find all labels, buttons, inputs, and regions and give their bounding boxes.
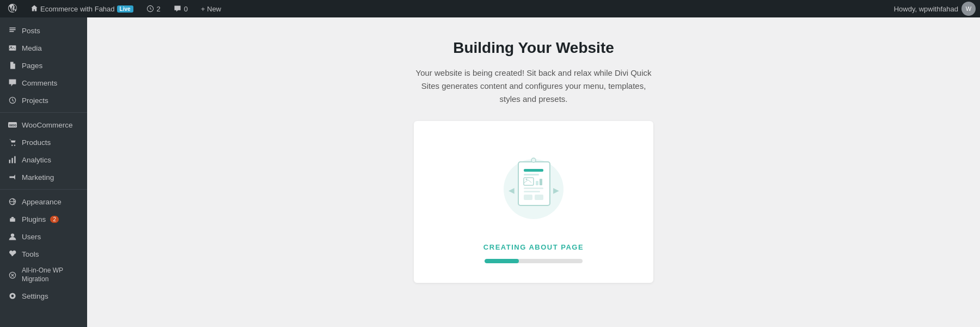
sidebar-item-comments[interactable]: Comments	[0, 74, 87, 92]
svg-rect-29	[535, 195, 543, 200]
site-name-button[interactable]: Ecommerce with Fahad Live	[27, 0, 137, 17]
svg-point-7	[14, 144, 15, 146]
sidebar-item-posts[interactable]: Posts	[0, 22, 87, 39]
svg-rect-8	[9, 160, 10, 163]
creating-label: CREATING ABOUT PAGE	[483, 243, 584, 251]
pages-icon	[8, 60, 17, 70]
sidebar-label-media: Media	[22, 44, 42, 52]
revisions-count: 2	[157, 5, 161, 13]
svg-text:◀: ◀	[509, 186, 514, 195]
sidebar-item-analytics[interactable]: Analytics	[0, 151, 87, 168]
sidebar-item-projects[interactable]: Projects	[0, 92, 87, 109]
progress-bar-fill	[485, 259, 519, 263]
users-icon	[8, 232, 17, 241]
sidebar-label-pages: Pages	[22, 62, 42, 70]
sidebar-item-all-in-one[interactable]: All-in-One WP Migration	[0, 263, 87, 287]
admin-bar: Ecommerce with Fahad Live 2 0 + New Howd…	[0, 0, 980, 17]
svg-rect-18	[524, 169, 543, 172]
comments-count: 0	[184, 5, 188, 13]
sidebar-label-products: Products	[22, 138, 51, 147]
svg-rect-9	[11, 158, 13, 164]
comments-button[interactable]: 0	[170, 0, 191, 17]
sidebar-item-users[interactable]: Users	[0, 228, 87, 245]
sidebar-item-products[interactable]: Products	[0, 134, 87, 151]
sidebar-label-comments: Comments	[22, 79, 57, 87]
sidebar-label-marketing: Marketing	[22, 173, 54, 181]
main-content: Building Your Website Your website is be…	[87, 17, 980, 327]
svg-point-23	[526, 179, 528, 180]
sidebar-label-analytics: Analytics	[22, 156, 51, 164]
svg-rect-19	[524, 174, 539, 175]
sidebar-label-woocommerce: WooCommerce	[22, 121, 73, 129]
sidebar-label-users: Users	[22, 233, 41, 241]
home-icon	[30, 4, 38, 14]
wp-logo-button[interactable]	[4, 0, 21, 17]
wp-logo-icon	[8, 3, 17, 15]
admin-bar-right: Howdy, wpwithfahad W	[894, 2, 976, 16]
sidebar-item-media[interactable]: Media	[0, 39, 87, 57]
sidebar-separator-1	[0, 112, 87, 113]
page-title: Building Your Website	[453, 39, 614, 57]
analytics-icon	[8, 155, 17, 165]
revisions-button[interactable]: 2	[143, 0, 164, 17]
plugins-badge: 2	[50, 216, 59, 223]
svg-rect-17	[518, 162, 550, 205]
sidebar-item-plugins[interactable]: Plugins 2	[0, 210, 87, 228]
svg-point-13	[11, 233, 14, 237]
media-icon	[8, 43, 17, 53]
sidebar-label-plugins: Plugins	[22, 215, 46, 223]
svg-rect-26	[524, 187, 543, 189]
posts-icon	[8, 26, 17, 35]
page-subtitle: Your website is being created! Sit back …	[414, 66, 653, 106]
settings-icon	[8, 291, 17, 301]
sidebar-label-settings: Settings	[22, 292, 48, 300]
howdy-text: Howdy, wpwithfahad	[894, 5, 958, 13]
svg-rect-28	[524, 195, 532, 200]
sidebar-item-pages[interactable]: Pages	[0, 57, 87, 74]
tools-icon	[8, 249, 17, 259]
new-button[interactable]: + New	[198, 0, 224, 17]
woo-icon: woo	[8, 120, 17, 130]
new-label: + New	[201, 5, 221, 13]
sidebar-label-all-in-one: All-in-One WP Migration	[22, 267, 81, 283]
builder-card: ◀ ▶ CREATING ABOUT PAGE	[414, 121, 653, 283]
plugins-icon	[8, 214, 17, 224]
svg-point-6	[11, 144, 13, 146]
svg-rect-10	[14, 156, 15, 164]
products-icon	[8, 137, 17, 147]
svg-text:▶: ▶	[553, 186, 559, 195]
migration-icon	[8, 270, 17, 280]
sidebar-label-appearance: Appearance	[22, 198, 62, 206]
svg-point-32	[531, 158, 536, 162]
svg-rect-25	[540, 179, 542, 185]
marketing-icon	[8, 172, 17, 182]
comments-icon	[8, 78, 17, 88]
svg-point-15	[11, 295, 13, 297]
site-name-label: Ecommerce with Fahad	[40, 5, 115, 13]
svg-rect-12	[10, 218, 15, 221]
live-badge: Live	[117, 5, 133, 13]
sidebar-separator-2	[0, 189, 87, 190]
sidebar-item-tools[interactable]: Tools	[0, 245, 87, 263]
svg-text:woo: woo	[9, 123, 16, 127]
builder-illustration: ◀ ▶	[490, 143, 577, 230]
howdy-greeting: Howdy, wpwithfahad W	[894, 2, 976, 16]
sidebar-item-settings[interactable]: Settings	[0, 287, 87, 305]
sidebar: Posts Media Pages Comments Projects	[0, 17, 87, 327]
sidebar-label-tools: Tools	[22, 250, 39, 258]
sidebar-item-woocommerce[interactable]: woo WooCommerce	[0, 116, 87, 134]
layout: Posts Media Pages Comments Projects	[0, 17, 980, 327]
sidebar-item-marketing[interactable]: Marketing	[0, 168, 87, 186]
svg-rect-24	[536, 181, 538, 185]
sidebar-label-projects: Projects	[22, 96, 48, 105]
sidebar-label-posts: Posts	[22, 27, 40, 35]
avatar: W	[961, 2, 976, 16]
sidebar-item-appearance[interactable]: Appearance	[0, 193, 87, 210]
projects-icon	[8, 95, 17, 105]
progress-bar-track	[485, 259, 583, 263]
appearance-icon	[8, 197, 17, 207]
svg-rect-27	[524, 191, 540, 192]
